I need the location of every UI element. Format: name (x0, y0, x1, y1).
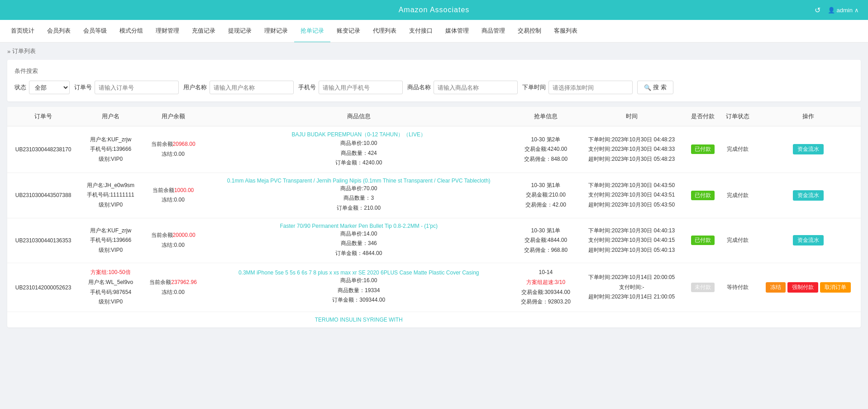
product-qty: 商品数量：424 (208, 149, 510, 159)
product-input[interactable] (434, 81, 518, 94)
search-title: 条件搜索 (14, 67, 854, 75)
product-name-link[interactable]: BAJU BUDAK PEREMPUAN（0-12 TAHUN）（LIVE） (208, 131, 510, 139)
nav-home-stats[interactable]: 首页统计 (5, 20, 41, 43)
order-status-cell (720, 312, 755, 327)
navigation: 首页统计 会员列表 会员等级 模式分组 理财管理 充值记录 提现记录 理财记录 … (0, 20, 868, 43)
user-phone: 手机号码:987654 (83, 288, 138, 298)
admin-label: admin (837, 7, 853, 14)
product-info-cell: TERUMO INSULIN SYRINGE WITH (205, 312, 513, 327)
product-price: 商品单价:10.00 (208, 139, 510, 149)
product-info-cell: BAJU BUDAK PEREMPUAN（0-12 TAHUN）（LIVE） 商… (205, 126, 513, 173)
scheme-group: 方案组:100-50倍 (83, 268, 138, 278)
nav-payment-interface[interactable]: 支付接口 (403, 20, 439, 43)
action-group: 资金流水 (759, 235, 857, 245)
user-phone: 手机号码:139666 (83, 236, 138, 245)
trade-commission: 交易佣金：848.00 (517, 154, 575, 164)
order-id-cell: UB2310300443507388 (7, 173, 79, 218)
nav-recharge-record[interactable]: 充值记录 (186, 20, 222, 43)
expire-time: 超时时间:2023年10月30日 05:48:23 (582, 154, 682, 164)
nav-member-level[interactable]: 会员等级 (77, 20, 113, 43)
order-id: UB2310300448238170 (15, 146, 71, 153)
order-id-cell: UB2310300448238170 (7, 126, 79, 173)
search-card: 条件搜索 状态 全部 已付款 未付款 完成付款 等待付款 订单号 用户名称 (7, 60, 861, 101)
order-amount: 订单金额：210.00 (208, 203, 510, 213)
status-select[interactable]: 全部 已付款 未付款 完成付款 等待付款 (29, 81, 70, 94)
user-info: 方案组:100-50倍 用户名:WL_5el9vo 手机号码:987654 级别… (83, 268, 138, 307)
search-field-username: 用户名称 (183, 81, 294, 94)
product-info-cell: Faster 70/90 Permanent Marker Pen Bullet… (205, 218, 513, 263)
nav-product-manage[interactable]: 商品管理 (475, 20, 511, 43)
action-cell: 资金流水 (755, 173, 861, 218)
user-info-cell: 用户名:JH_e0w9sm 手机号码:11111111 级别:VIP0 (79, 173, 142, 218)
dropdown-icon: ∧ (854, 7, 859, 14)
header: Amazon Associates ↺ 👤 admin ∧ (0, 0, 868, 20)
flow-button[interactable]: 资金流水 (793, 190, 824, 201)
product-name-link[interactable]: 0.3MM iPhone 5se 5 5s 6 6s 7 8 plus x xs… (208, 269, 510, 276)
product-price: 商品单价:16.00 (208, 276, 510, 286)
product-price: 商品单价:14.00 (208, 229, 510, 239)
nav-withdraw-record[interactable]: 提现记录 (222, 20, 258, 43)
balance-value: 20968.00 (173, 141, 196, 147)
time-info: 下单时间:2023年10月30日 04:40:13 支付时间:2023年10月3… (582, 226, 682, 255)
col-username: 用户名 (79, 107, 142, 126)
frozen: 冻结:0.00 (146, 241, 201, 250)
nav-trade-control[interactable]: 交易控制 (511, 20, 548, 43)
grab-info: 10-30 第2单 交易金额:4240.00 交易佣金：848.00 (517, 135, 575, 164)
cancel-order-button[interactable]: 取消订单 (820, 282, 851, 293)
nav-account-record[interactable]: 账变记录 (330, 20, 367, 43)
nav-media-manage[interactable]: 媒体管理 (439, 20, 475, 43)
paid-badge: 已付款 (691, 236, 715, 245)
order-time: 下单时间:2023年10月14日 20:00:05 (582, 273, 682, 283)
user-info: 用户名:KUF_zrjw 手机号码:139666 级别:VIP0 (83, 135, 138, 164)
table-header-row: 订单号 用户名 用户余额 商品信息 抢单信息 时间 是否付款 订单状态 操作 (7, 107, 861, 126)
product-name-link[interactable]: 0.1mm Alas Meja PVC Transparent / Jernih… (208, 178, 510, 184)
col-time: 时间 (578, 107, 685, 126)
product-info-cell: 0.1mm Alas Meja PVC Transparent / Jernih… (205, 173, 513, 218)
time-cell: 下单时间:2023年10月30日 04:40:13 支付时间:2023年10月3… (578, 218, 685, 263)
freeze-button[interactable]: 冻结 (766, 282, 786, 293)
user-name: 用户名:KUF_zrjw (83, 226, 138, 236)
col-order-id: 订单号 (7, 107, 79, 126)
is-paid-cell: 已付款 (685, 126, 720, 173)
time-input[interactable] (548, 81, 633, 94)
order-input[interactable] (95, 81, 179, 94)
action-cell (755, 312, 861, 327)
balance-value: 1000.00 (174, 187, 194, 193)
force-pay-button[interactable]: 强制付款 (787, 282, 818, 293)
username-input[interactable] (210, 81, 294, 94)
refresh-icon[interactable]: ↺ (815, 6, 820, 14)
grab-info-cell: 10-30 第1单 交易金额:4844.00 交易佣金：968.80 (513, 218, 578, 263)
flow-button[interactable]: 资金流水 (793, 235, 824, 245)
product-name-link[interactable]: TERUMO INSULIN SYRINGE WITH (208, 317, 510, 323)
balance-label: 当前余额20000.00 (146, 231, 201, 241)
col-is-paid: 是否付款 (685, 107, 720, 126)
is-paid-cell (685, 312, 720, 327)
product-name-link[interactable]: Faster 70/90 Permanent Marker Pen Bullet… (208, 223, 510, 229)
nav-agent-list[interactable]: 代理列表 (367, 20, 403, 43)
nav-finance-record[interactable]: 理财记录 (258, 20, 294, 43)
order-status-cell: 等待付款 (720, 263, 755, 312)
trade-amount: 交易金额:4240.00 (517, 144, 575, 154)
product-details: 商品单价:16.00 商品数量：19334 订单金额：309344.00 (208, 276, 510, 305)
nav-mode-group[interactable]: 模式分组 (113, 20, 149, 43)
grab-info: 10-30 第1单 交易金额:210.00 交易佣金：42.00 (517, 181, 575, 210)
balance-cell: 当前余额237962.96 冻结:0.00 (142, 263, 205, 312)
user-phone: 手机号码:139666 (83, 144, 138, 154)
order-status: 等待付款 (727, 284, 749, 290)
balance-label: 当前余额20968.00 (146, 140, 201, 149)
flow-button[interactable]: 资金流水 (793, 144, 824, 154)
nav-grab-order[interactable]: 抢单记录 (294, 20, 330, 43)
col-product-info: 商品信息 (205, 107, 513, 126)
balance-cell: 当前余额20000.00 冻结:0.00 (142, 218, 205, 263)
nav-customer-list[interactable]: 客服列表 (548, 20, 584, 43)
user-level: 级别:VIP0 (83, 245, 138, 255)
col-order-status: 订单状态 (720, 107, 755, 126)
search-icon: 🔍 (644, 84, 651, 91)
order-status: 完成付款 (727, 146, 749, 152)
product-info-cell: 0.3MM iPhone 5se 5 5s 6 6s 7 8 plus x xs… (205, 263, 513, 312)
grab-info-cell: 10-14 方案组超速:3/10 交易金额:309344.00 交易佣金：928… (513, 263, 578, 312)
nav-member-list[interactable]: 会员列表 (41, 20, 77, 43)
nav-finance-manage[interactable]: 理财管理 (149, 20, 186, 43)
phone-input[interactable] (319, 81, 403, 94)
search-button[interactable]: 🔍 搜 索 (637, 81, 673, 94)
